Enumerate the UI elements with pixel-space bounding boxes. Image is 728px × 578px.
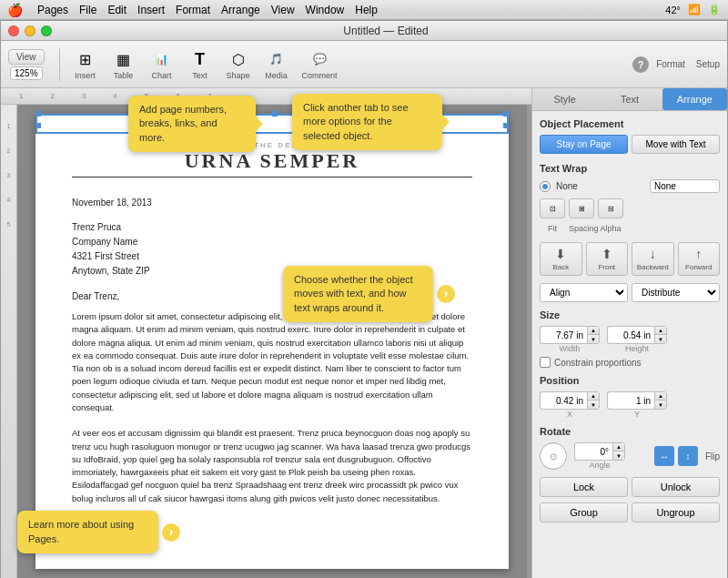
unlock-button[interactable]: Unlock [632,477,720,497]
toolbar-separator-1 [59,48,60,81]
tab-arrange[interactable]: Arrange [662,88,727,110]
placement-buttons: Stay on Page Move with Text [540,135,720,154]
selection-handle-ml[interactable] [35,123,41,128]
view-button[interactable]: View [8,49,45,65]
angle-stepper-up[interactable]: ▲ [613,443,624,451]
x-stepper-up[interactable]: ▲ [588,392,599,401]
wrap-none-label: None [556,181,578,191]
text-fit-label: Fit [540,224,565,233]
forward-label: Forward [685,263,712,271]
angle-stepper-down[interactable]: ▼ [613,451,624,460]
distribute-dropdown[interactable]: Distribute [632,283,720,302]
menu-edit[interactable]: Edit [107,4,126,16]
angle-input[interactable] [574,442,612,461]
temperature-display: 42° [665,5,681,15]
x-input[interactable] [540,391,587,410]
close-button[interactable] [8,25,19,36]
y-input-stepper: ▲ ▼ [607,391,667,410]
lock-button[interactable]: Lock [540,477,628,497]
shape-icon: ⬡ [228,48,249,70]
constrain-checkbox[interactable] [540,357,551,368]
text-fit-icon[interactable]: ⊡ [540,198,565,218]
move-with-text-button[interactable]: Move with Text [632,135,720,154]
stay-on-page-button[interactable]: Stay on Page [540,135,628,154]
help-button[interactable]: ? [632,56,649,73]
spacing-icon[interactable]: ⊞ [569,198,594,218]
alpha-icon[interactable]: ⊟ [598,198,623,218]
width-stepper-up[interactable]: ▲ [588,327,599,335]
document-area[interactable]: 1 2 3 4 5 6 7 1 2 3 4 [1,88,531,578]
media-icon: 🎵 [266,48,288,70]
height-stepper-up[interactable]: ▲ [655,327,666,335]
group-button[interactable]: Group [540,502,628,522]
rotate-section: Rotate ⊙ ▲ ▼ Angle [540,426,720,470]
menu-file[interactable]: File [79,4,96,16]
tooltip-tabs: Click another tab to see more options fo… [292,94,442,150]
front-button[interactable]: ⬆ Front [586,242,629,276]
sidebar-content: Object Placement Stay on Page Move with … [532,111,727,578]
y-stepper[interactable]: ▲ ▼ [654,391,667,410]
menu-pages[interactable]: Pages [37,4,68,16]
align-dropdown[interactable]: Align [540,283,628,302]
insert-button[interactable]: ⊞ Insert [67,46,104,82]
letter-body[interactable]: Lorem ipsum dolor sit amet, consectetur … [72,310,472,505]
format-button[interactable]: Format [656,59,685,69]
menu-view[interactable]: View [271,4,295,16]
flip-vertical-button[interactable]: ↕ [678,446,698,466]
text-button[interactable]: T Text [182,46,218,82]
y-stepper-down[interactable]: ▼ [655,401,666,409]
menu-window[interactable]: Window [306,4,345,16]
maximize-button[interactable] [41,25,52,36]
tab-style[interactable]: Style [532,88,597,110]
width-stepper[interactable]: ▲ ▼ [587,326,600,344]
forward-button[interactable]: ↑ Forward [678,242,721,276]
apple-logo[interactable]: 🍎 [7,3,23,17]
selection-handle-tc[interactable] [272,111,278,117]
back-icon: ⬇ [555,247,566,261]
menu-help[interactable]: Help [355,4,378,16]
height-stepper-down[interactable]: ▼ [655,335,666,343]
wrap-none-radio[interactable] [540,181,551,192]
flip-horizontal-button[interactable]: ↔ [654,446,674,466]
x-stepper-down[interactable]: ▼ [588,401,599,409]
menu-arrange[interactable]: Arrange [221,4,260,16]
menu-insert[interactable]: Insert [137,4,165,16]
height-input[interactable] [607,326,654,344]
x-stepper[interactable]: ▲ ▼ [587,391,600,410]
setup-button[interactable]: Setup [696,59,720,69]
width-input[interactable] [540,326,587,344]
width-stepper-down[interactable]: ▼ [588,335,599,343]
minimize-button[interactable] [25,25,35,36]
position-section: Position ▲ ▼ X [540,375,720,419]
back-button[interactable]: ⬇ Back [540,242,582,276]
toolbar-right: ? Format Setup [632,56,720,73]
main-area: Add page numbers, breaks, links, and mor… [1,88,727,578]
angle-stepper[interactable]: ▲ ▼ [612,442,625,461]
y-stepper-up[interactable]: ▲ [655,392,666,401]
table-label: Table [114,71,134,80]
menu-bar-left: 🍎 Pages File Edit Insert Format Arrange … [7,3,378,17]
selection-handle-mr[interactable] [503,123,509,128]
size-row: ▲ ▼ Width ▲ ▼ [540,326,720,353]
wifi-icon: 📶 [688,4,701,15]
rotate-dial[interactable]: ⊙ [540,442,567,470]
selection-handle-tr[interactable] [503,111,509,117]
shape-button[interactable]: ⬡ Shape [220,46,257,82]
wrap-style-dropdown[interactable]: None Around Above/Below [650,179,720,193]
width-unit-label: Width [559,344,580,353]
height-stepper[interactable]: ▲ ▼ [654,326,667,344]
backward-button[interactable]: ↓ Backward [632,242,674,276]
page-container[interactable]: FROM THE DESK OF URNA SEMPER November 18… [17,105,527,578]
y-input[interactable] [607,391,654,410]
media-button[interactable]: 🎵 Media [258,46,295,82]
height-input-stepper: ▲ ▼ [607,326,667,344]
chart-button[interactable]: 📊 Chart [144,46,180,82]
ungroup-button[interactable]: Ungroup [632,502,720,522]
doc-body: 1 2 3 4 5 [1,105,531,578]
menu-format[interactable]: Format [176,4,210,16]
selection-handle-tl[interactable] [35,111,41,117]
tab-text[interactable]: Text [597,88,662,110]
comment-button[interactable]: 💬 Comment [297,46,343,82]
zoom-value[interactable]: 125% [10,66,43,80]
table-button[interactable]: ▦ Table [106,46,142,82]
